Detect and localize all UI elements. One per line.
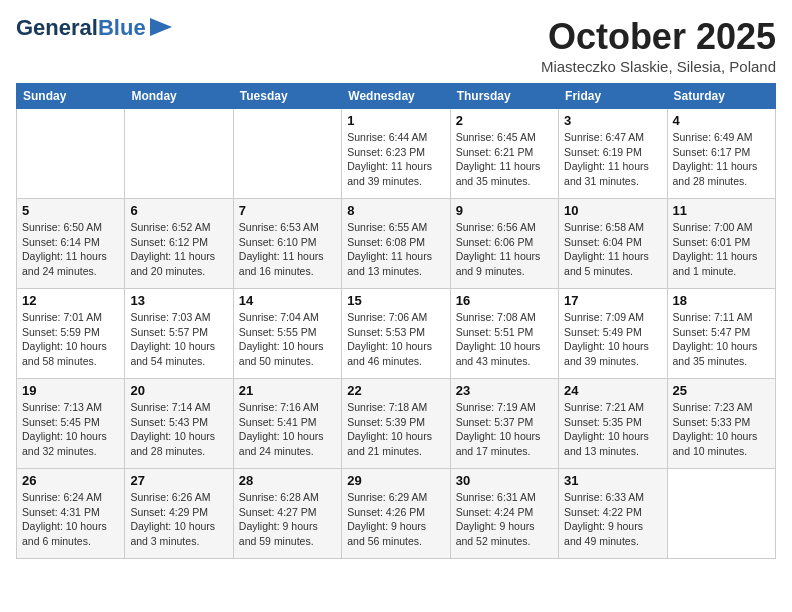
logo-arrow-icon xyxy=(150,18,172,36)
day-info: Sunrise: 6:58 AMSunset: 6:04 PMDaylight:… xyxy=(564,220,661,279)
day-number: 19 xyxy=(22,383,119,398)
day-info: Sunrise: 6:49 AMSunset: 6:17 PMDaylight:… xyxy=(673,130,770,189)
day-number: 28 xyxy=(239,473,336,488)
day-info: Sunrise: 6:31 AMSunset: 4:24 PMDaylight:… xyxy=(456,490,553,549)
title-block: October 2025 Miasteczko Slaskie, Silesia… xyxy=(541,16,776,75)
day-info: Sunrise: 6:52 AMSunset: 6:12 PMDaylight:… xyxy=(130,220,227,279)
day-info: Sunrise: 7:08 AMSunset: 5:51 PMDaylight:… xyxy=(456,310,553,369)
calendar-cell: 31Sunrise: 6:33 AMSunset: 4:22 PMDayligh… xyxy=(559,469,667,559)
day-number: 8 xyxy=(347,203,444,218)
calendar-cell: 29Sunrise: 6:29 AMSunset: 4:26 PMDayligh… xyxy=(342,469,450,559)
day-info: Sunrise: 7:01 AMSunset: 5:59 PMDaylight:… xyxy=(22,310,119,369)
day-number: 22 xyxy=(347,383,444,398)
location-subtitle: Miasteczko Slaskie, Silesia, Poland xyxy=(541,58,776,75)
day-info: Sunrise: 7:06 AMSunset: 5:53 PMDaylight:… xyxy=(347,310,444,369)
day-number: 31 xyxy=(564,473,661,488)
day-info: Sunrise: 6:33 AMSunset: 4:22 PMDaylight:… xyxy=(564,490,661,549)
calendar-cell: 3Sunrise: 6:47 AMSunset: 6:19 PMDaylight… xyxy=(559,109,667,199)
day-number: 12 xyxy=(22,293,119,308)
day-info: Sunrise: 6:44 AMSunset: 6:23 PMDaylight:… xyxy=(347,130,444,189)
calendar-cell: 5Sunrise: 6:50 AMSunset: 6:14 PMDaylight… xyxy=(17,199,125,289)
calendar-cell: 15Sunrise: 7:06 AMSunset: 5:53 PMDayligh… xyxy=(342,289,450,379)
day-info: Sunrise: 7:21 AMSunset: 5:35 PMDaylight:… xyxy=(564,400,661,459)
calendar-cell: 13Sunrise: 7:03 AMSunset: 5:57 PMDayligh… xyxy=(125,289,233,379)
calendar-cell: 11Sunrise: 7:00 AMSunset: 6:01 PMDayligh… xyxy=(667,199,775,289)
day-number: 5 xyxy=(22,203,119,218)
week-row-3: 12Sunrise: 7:01 AMSunset: 5:59 PMDayligh… xyxy=(17,289,776,379)
weekday-header-thursday: Thursday xyxy=(450,84,558,109)
weekday-header-wednesday: Wednesday xyxy=(342,84,450,109)
svg-marker-0 xyxy=(150,18,172,36)
calendar-cell: 19Sunrise: 7:13 AMSunset: 5:45 PMDayligh… xyxy=(17,379,125,469)
day-number: 14 xyxy=(239,293,336,308)
calendar-cell: 9Sunrise: 6:56 AMSunset: 6:06 PMDaylight… xyxy=(450,199,558,289)
day-number: 29 xyxy=(347,473,444,488)
day-number: 24 xyxy=(564,383,661,398)
calendar-cell: 17Sunrise: 7:09 AMSunset: 5:49 PMDayligh… xyxy=(559,289,667,379)
logo-text: GeneralBlue xyxy=(16,16,146,40)
calendar-cell: 30Sunrise: 6:31 AMSunset: 4:24 PMDayligh… xyxy=(450,469,558,559)
calendar-cell: 6Sunrise: 6:52 AMSunset: 6:12 PMDaylight… xyxy=(125,199,233,289)
weekday-header-saturday: Saturday xyxy=(667,84,775,109)
calendar-cell: 8Sunrise: 6:55 AMSunset: 6:08 PMDaylight… xyxy=(342,199,450,289)
calendar-cell: 16Sunrise: 7:08 AMSunset: 5:51 PMDayligh… xyxy=(450,289,558,379)
calendar-cell: 10Sunrise: 6:58 AMSunset: 6:04 PMDayligh… xyxy=(559,199,667,289)
day-info: Sunrise: 6:47 AMSunset: 6:19 PMDaylight:… xyxy=(564,130,661,189)
day-info: Sunrise: 6:55 AMSunset: 6:08 PMDaylight:… xyxy=(347,220,444,279)
calendar-cell: 4Sunrise: 6:49 AMSunset: 6:17 PMDaylight… xyxy=(667,109,775,199)
day-number: 2 xyxy=(456,113,553,128)
calendar-cell: 26Sunrise: 6:24 AMSunset: 4:31 PMDayligh… xyxy=(17,469,125,559)
day-info: Sunrise: 7:00 AMSunset: 6:01 PMDaylight:… xyxy=(673,220,770,279)
day-info: Sunrise: 6:50 AMSunset: 6:14 PMDaylight:… xyxy=(22,220,119,279)
day-number: 11 xyxy=(673,203,770,218)
header: GeneralBlue October 2025 Miasteczko Slas… xyxy=(16,16,776,75)
day-info: Sunrise: 7:19 AMSunset: 5:37 PMDaylight:… xyxy=(456,400,553,459)
day-number: 27 xyxy=(130,473,227,488)
day-number: 3 xyxy=(564,113,661,128)
day-info: Sunrise: 6:28 AMSunset: 4:27 PMDaylight:… xyxy=(239,490,336,549)
day-number: 15 xyxy=(347,293,444,308)
day-number: 4 xyxy=(673,113,770,128)
day-info: Sunrise: 7:03 AMSunset: 5:57 PMDaylight:… xyxy=(130,310,227,369)
calendar-cell: 27Sunrise: 6:26 AMSunset: 4:29 PMDayligh… xyxy=(125,469,233,559)
calendar-cell: 24Sunrise: 7:21 AMSunset: 5:35 PMDayligh… xyxy=(559,379,667,469)
day-info: Sunrise: 7:11 AMSunset: 5:47 PMDaylight:… xyxy=(673,310,770,369)
day-number: 23 xyxy=(456,383,553,398)
day-number: 10 xyxy=(564,203,661,218)
weekday-header-tuesday: Tuesday xyxy=(233,84,341,109)
day-info: Sunrise: 6:45 AMSunset: 6:21 PMDaylight:… xyxy=(456,130,553,189)
day-number: 16 xyxy=(456,293,553,308)
calendar-cell xyxy=(125,109,233,199)
day-info: Sunrise: 7:04 AMSunset: 5:55 PMDaylight:… xyxy=(239,310,336,369)
calendar-table: SundayMondayTuesdayWednesdayThursdayFrid… xyxy=(16,83,776,559)
weekday-header-friday: Friday xyxy=(559,84,667,109)
day-info: Sunrise: 6:26 AMSunset: 4:29 PMDaylight:… xyxy=(130,490,227,549)
calendar-cell xyxy=(667,469,775,559)
calendar-cell xyxy=(17,109,125,199)
week-row-2: 5Sunrise: 6:50 AMSunset: 6:14 PMDaylight… xyxy=(17,199,776,289)
day-number: 21 xyxy=(239,383,336,398)
day-info: Sunrise: 6:56 AMSunset: 6:06 PMDaylight:… xyxy=(456,220,553,279)
day-number: 25 xyxy=(673,383,770,398)
weekday-header-sunday: Sunday xyxy=(17,84,125,109)
day-number: 17 xyxy=(564,293,661,308)
day-number: 6 xyxy=(130,203,227,218)
day-info: Sunrise: 6:53 AMSunset: 6:10 PMDaylight:… xyxy=(239,220,336,279)
calendar-cell: 25Sunrise: 7:23 AMSunset: 5:33 PMDayligh… xyxy=(667,379,775,469)
week-row-4: 19Sunrise: 7:13 AMSunset: 5:45 PMDayligh… xyxy=(17,379,776,469)
day-number: 9 xyxy=(456,203,553,218)
calendar-cell: 1Sunrise: 6:44 AMSunset: 6:23 PMDaylight… xyxy=(342,109,450,199)
weekday-header-monday: Monday xyxy=(125,84,233,109)
day-info: Sunrise: 7:09 AMSunset: 5:49 PMDaylight:… xyxy=(564,310,661,369)
day-number: 7 xyxy=(239,203,336,218)
day-info: Sunrise: 7:23 AMSunset: 5:33 PMDaylight:… xyxy=(673,400,770,459)
day-number: 18 xyxy=(673,293,770,308)
calendar-cell: 28Sunrise: 6:28 AMSunset: 4:27 PMDayligh… xyxy=(233,469,341,559)
day-info: Sunrise: 7:14 AMSunset: 5:43 PMDaylight:… xyxy=(130,400,227,459)
day-info: Sunrise: 7:13 AMSunset: 5:45 PMDaylight:… xyxy=(22,400,119,459)
calendar-cell: 12Sunrise: 7:01 AMSunset: 5:59 PMDayligh… xyxy=(17,289,125,379)
calendar-cell: 20Sunrise: 7:14 AMSunset: 5:43 PMDayligh… xyxy=(125,379,233,469)
calendar-cell: 7Sunrise: 6:53 AMSunset: 6:10 PMDaylight… xyxy=(233,199,341,289)
calendar-cell: 2Sunrise: 6:45 AMSunset: 6:21 PMDaylight… xyxy=(450,109,558,199)
week-row-5: 26Sunrise: 6:24 AMSunset: 4:31 PMDayligh… xyxy=(17,469,776,559)
